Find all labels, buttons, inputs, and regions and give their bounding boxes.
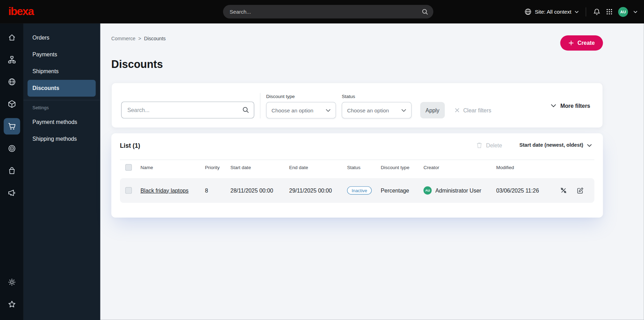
column-header-status: Status xyxy=(347,165,381,170)
page-title: Discounts xyxy=(111,58,603,70)
chevron-down-icon xyxy=(587,144,592,147)
create-button-label: Create xyxy=(578,40,595,46)
sort-label: Start date (newest, oldest) xyxy=(519,142,583,148)
main-content: Commerce > Discounts Create Discounts xyxy=(100,23,644,320)
personalization-target-icon[interactable] xyxy=(3,140,20,157)
menu-divider xyxy=(23,100,100,100)
topbar: ibexa Site: All context xyxy=(0,0,644,23)
status-value: Choose an option xyxy=(347,107,389,113)
deactivate-icon[interactable] xyxy=(560,187,567,194)
create-button[interactable]: Create xyxy=(560,35,603,50)
settings-gear-icon[interactable] xyxy=(3,274,20,290)
menu-item-orders[interactable]: Orders xyxy=(23,29,100,46)
menu-item-payment-methods[interactable]: Payment methods xyxy=(23,113,100,130)
close-icon xyxy=(455,108,459,113)
filter-search-input[interactable] xyxy=(121,102,255,118)
filters-panel: Discount type Choose an option Status Ch… xyxy=(111,83,603,128)
sort-selector[interactable]: Start date (newest, oldest) xyxy=(517,142,594,148)
column-header-modified: Modified xyxy=(496,165,556,170)
row-end-date: 29/11/2025 00:00 xyxy=(289,187,347,194)
chevron-down-icon xyxy=(326,109,331,112)
creator-name: Administrator User xyxy=(435,187,481,194)
more-filters-button[interactable]: More filters xyxy=(549,102,593,109)
column-header-start-date: Start date xyxy=(230,165,289,170)
app-window: ibexa Site: All context xyxy=(0,0,644,320)
bookmarks-star-icon[interactable] xyxy=(3,296,20,313)
table-row: Black friday laptops 8 28/11/2025 00:00 … xyxy=(120,178,594,203)
apps-grid-icon[interactable] xyxy=(606,8,613,15)
promotions-megaphone-icon[interactable] xyxy=(3,185,20,201)
menu-settings-label: Settings xyxy=(23,104,100,112)
topbar-divider xyxy=(586,7,586,16)
filter-divider xyxy=(260,93,260,119)
site-globe-icon[interactable] xyxy=(3,74,20,90)
select-all-checkbox[interactable] xyxy=(125,164,132,171)
discount-type-label: Discount type xyxy=(266,94,336,99)
row-checkbox[interactable] xyxy=(125,187,132,194)
discount-type-select[interactable]: Choose an option xyxy=(266,102,336,118)
plus-icon xyxy=(568,40,574,46)
apply-button[interactable]: Apply xyxy=(420,102,445,118)
site-context-label: Site: All context xyxy=(535,9,571,15)
discounts-table: Name Priority Start date End date Status… xyxy=(111,160,603,217)
row-start-date: 28/11/2025 00:00 xyxy=(230,187,289,194)
icon-rail xyxy=(0,23,23,320)
status-select[interactable]: Choose an option xyxy=(342,102,412,118)
row-modified: 03/06/2025 11:26 xyxy=(496,187,556,194)
row-discount-type: Percentage xyxy=(381,187,423,194)
ibexa-logo[interactable]: ibexa xyxy=(8,5,33,18)
breadcrumb-discounts: Discounts xyxy=(144,36,166,41)
row-actions xyxy=(556,187,594,194)
menu-item-discounts[interactable]: Discounts xyxy=(28,80,96,97)
search-icon xyxy=(422,9,428,15)
breadcrumb-commerce[interactable]: Commerce xyxy=(111,36,135,41)
topbar-right: Site: All context AU xyxy=(524,7,644,16)
status-label: Status xyxy=(342,94,412,99)
row-priority: 8 xyxy=(205,187,230,194)
column-header-end-date: End date xyxy=(289,165,347,170)
chevron-down-icon xyxy=(551,104,556,107)
creator-avatar: AU xyxy=(423,186,431,194)
content-tree-icon[interactable] xyxy=(3,51,20,68)
discount-type-value: Choose an option xyxy=(272,107,314,113)
product-catalog-icon[interactable] xyxy=(3,96,20,112)
commerce-cart-icon[interactable] xyxy=(3,118,20,134)
menu-item-shipping-methods[interactable]: Shipping methods xyxy=(23,130,100,147)
user-avatar[interactable]: AU xyxy=(618,7,628,16)
commerce-menu: Orders Payments Shipments Discounts Sett… xyxy=(23,23,100,320)
notifications-bell-icon[interactable] xyxy=(593,8,600,15)
menu-item-shipments[interactable]: Shipments xyxy=(23,63,100,80)
list-title: List (1) xyxy=(120,142,140,149)
dashboard-icon[interactable] xyxy=(3,29,20,46)
column-header-priority: Priority xyxy=(205,165,230,170)
search-icon xyxy=(242,106,249,113)
column-header-name: Name xyxy=(141,165,205,170)
delete-button[interactable]: Delete xyxy=(474,141,505,149)
chevron-down-icon xyxy=(401,109,406,112)
discount-type-filter: Discount type Choose an option xyxy=(266,94,336,118)
site-context-selector[interactable]: Site: All context xyxy=(524,8,579,15)
status-filter: Status Choose an option xyxy=(342,94,412,118)
status-badge: Inactive xyxy=(347,186,372,194)
clear-filters-button[interactable]: Clear filters xyxy=(452,102,494,118)
clear-filters-label: Clear filters xyxy=(463,107,491,113)
globe-icon xyxy=(524,8,531,15)
global-search[interactable] xyxy=(223,5,433,19)
global-search-input[interactable] xyxy=(223,9,422,15)
filter-search xyxy=(121,102,255,118)
delete-button-label: Delete xyxy=(486,142,502,148)
trash-icon xyxy=(476,142,483,148)
store-bag-icon[interactable] xyxy=(3,162,20,179)
edit-icon[interactable] xyxy=(577,187,584,194)
menu-item-payments[interactable]: Payments xyxy=(23,46,100,63)
user-menu-chevron-icon[interactable] xyxy=(634,11,638,13)
chevron-down-icon xyxy=(575,11,579,13)
discount-name-link[interactable]: Black friday laptops xyxy=(141,187,189,194)
more-filters-label: More filters xyxy=(560,103,591,109)
row-creator: AU Administrator User xyxy=(423,186,496,194)
breadcrumb-separator: > xyxy=(138,36,141,41)
table-header-row: Name Priority Start date End date Status… xyxy=(120,160,594,175)
breadcrumb: Commerce > Discounts xyxy=(111,36,166,41)
column-header-creator: Creator xyxy=(423,165,496,170)
discounts-list-panel: List (1) Delete Start date (newest, olde… xyxy=(111,133,603,218)
